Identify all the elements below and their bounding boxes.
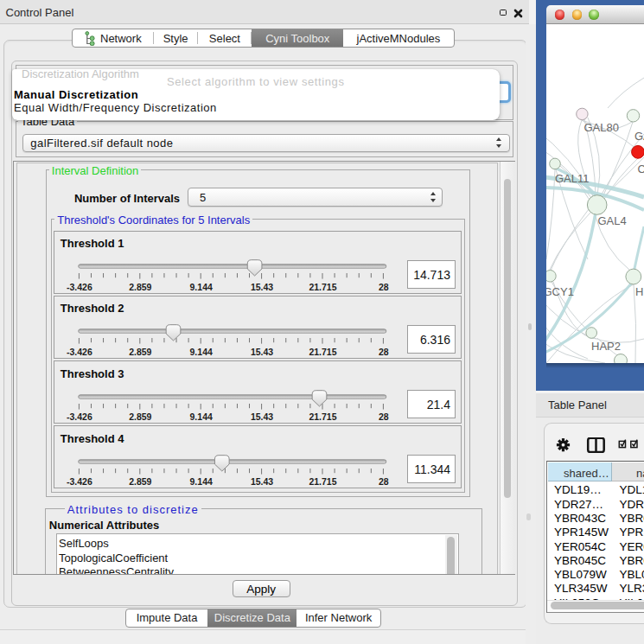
svg-text:GAL4: GAL4 [598, 214, 627, 227]
svg-text:GAL80: GAL80 [584, 121, 619, 134]
svg-text:C: C [638, 163, 644, 175]
svg-text:GA: GA [634, 130, 644, 143]
svg-text:H: H [635, 285, 643, 298]
svg-text:GCY1: GCY1 [546, 285, 574, 298]
svg-text:GAL11: GAL11 [555, 172, 590, 185]
svg-text:HAP2: HAP2 [591, 340, 621, 353]
